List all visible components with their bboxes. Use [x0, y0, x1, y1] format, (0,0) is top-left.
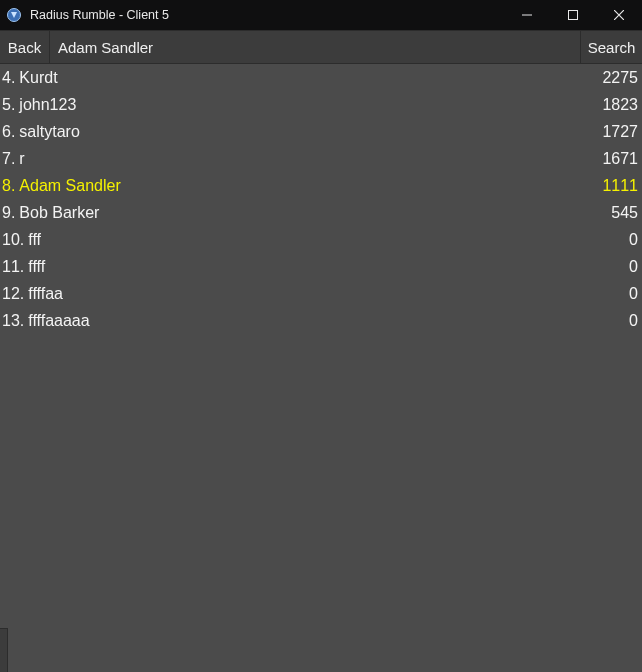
player-score: 2275	[602, 68, 640, 87]
player-name: Adam Sandler	[19, 176, 120, 195]
maximize-button[interactable]	[550, 0, 596, 30]
rank-label: 13.	[2, 311, 24, 330]
leaderboard-row[interactable]: 7.r1671	[0, 145, 642, 172]
rank-label: 11.	[2, 257, 24, 276]
rank-label: 6.	[2, 122, 15, 141]
leaderboard-list[interactable]: 4.Kurdt22755.john12318236.saltytaro17277…	[0, 64, 642, 620]
player-name: fff	[28, 230, 41, 249]
player-name: saltytaro	[19, 122, 79, 141]
player-score: 0	[629, 311, 640, 330]
leaderboard-row[interactable]: 4.Kurdt2275	[0, 64, 642, 91]
svg-rect-1	[522, 15, 532, 16]
leaderboard-row[interactable]: 5.john1231823	[0, 91, 642, 118]
player-name: r	[19, 149, 24, 168]
player-score: 0	[629, 230, 640, 249]
player-name: ffff	[28, 257, 45, 276]
player-name: ffffaa	[28, 284, 63, 303]
rank-label: 4.	[2, 68, 15, 87]
player-score: 1823	[602, 95, 640, 114]
search-input[interactable]	[50, 30, 580, 64]
panel-tab[interactable]	[0, 628, 8, 672]
leaderboard-row[interactable]: 11.ffff0	[0, 253, 642, 280]
app-window: Radius Rumble - Client 5 Back Search 4.K…	[0, 0, 642, 672]
player-score: 0	[629, 257, 640, 276]
app-icon	[6, 7, 22, 23]
leaderboard-row[interactable]: 6.saltytaro1727	[0, 118, 642, 145]
minimize-button[interactable]	[504, 0, 550, 30]
player-name: Kurdt	[19, 68, 57, 87]
titlebar[interactable]: Radius Rumble - Client 5	[0, 0, 642, 30]
leaderboard-row[interactable]: 8.Adam Sandler1111	[0, 172, 642, 199]
rank-label: 5.	[2, 95, 15, 114]
rank-label: 10.	[2, 230, 24, 249]
back-button[interactable]: Back	[0, 30, 50, 64]
player-score: 1111	[602, 176, 640, 195]
search-button[interactable]: Search	[580, 30, 642, 64]
footer	[0, 620, 642, 672]
rank-label: 12.	[2, 284, 24, 303]
player-name: ffffaaaaa	[28, 311, 89, 330]
leaderboard-row[interactable]: 9.Bob Barker545	[0, 199, 642, 226]
leaderboard-row[interactable]: 12.ffffaa0	[0, 280, 642, 307]
svg-rect-2	[569, 11, 578, 20]
toolbar: Back Search	[0, 30, 642, 64]
leaderboard-row[interactable]: 13.ffffaaaaa0	[0, 307, 642, 334]
leaderboard-row[interactable]: 10.fff0	[0, 226, 642, 253]
player-score: 1727	[602, 122, 640, 141]
player-score: 0	[629, 284, 640, 303]
rank-label: 9.	[2, 203, 15, 222]
player-name: john123	[19, 95, 76, 114]
client-area: Back Search 4.Kurdt22755.john12318236.sa…	[0, 30, 642, 672]
player-score: 1671	[602, 149, 640, 168]
player-score: 545	[611, 203, 640, 222]
close-button[interactable]	[596, 0, 642, 30]
window-title: Radius Rumble - Client 5	[30, 8, 169, 22]
player-name: Bob Barker	[19, 203, 99, 222]
rank-label: 8.	[2, 176, 15, 195]
rank-label: 7.	[2, 149, 15, 168]
